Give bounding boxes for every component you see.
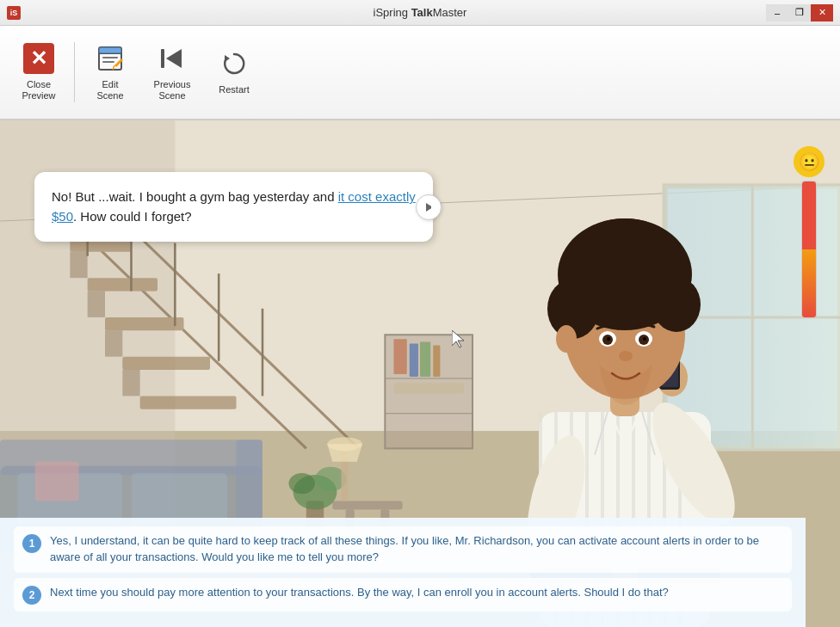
emotion-fill xyxy=(802,249,816,317)
edit-scene-button[interactable]: Edit Scene xyxy=(80,34,140,111)
svg-rect-21 xyxy=(122,357,210,370)
svg-rect-62 xyxy=(394,383,464,393)
svg-rect-3 xyxy=(102,57,118,58)
svg-point-97 xyxy=(607,337,610,341)
scene-area: No! But ...wait. I bought a gym bag yest… xyxy=(0,120,840,627)
previous-scene-icon xyxy=(157,43,188,74)
response-area: 1 Yes, I understand, it can be quite har… xyxy=(0,518,806,627)
restart-icon xyxy=(219,48,250,79)
svg-rect-2 xyxy=(99,47,121,53)
close-preview-icon: ✕ xyxy=(23,43,54,74)
svg-rect-22 xyxy=(140,396,237,409)
svg-rect-26 xyxy=(105,330,122,357)
svg-point-99 xyxy=(619,351,633,361)
svg-point-100 xyxy=(556,325,577,353)
svg-rect-19 xyxy=(88,278,158,291)
previous-scene-button[interactable]: Previous Scene xyxy=(142,34,202,111)
svg-rect-44 xyxy=(332,501,402,509)
emotion-meter: 😐 xyxy=(794,146,825,318)
svg-rect-43 xyxy=(35,462,79,501)
response-item-1[interactable]: 1 Yes, I understand, it can be quite har… xyxy=(14,526,792,573)
restore-button[interactable]: ❐ xyxy=(788,4,811,22)
svg-marker-7 xyxy=(166,49,182,68)
svg-marker-9 xyxy=(225,55,230,62)
window-close-button[interactable]: ✕ xyxy=(811,4,833,22)
svg-rect-25 xyxy=(88,291,105,317)
app-icon: iS xyxy=(7,6,21,20)
close-preview-button[interactable]: ✕ Close Preview xyxy=(9,34,69,111)
svg-rect-20 xyxy=(105,317,184,330)
svg-rect-24 xyxy=(70,252,87,279)
response-number-1: 1 xyxy=(22,534,41,553)
speech-text-before: No! But ...wait. I bought a gym bag yest… xyxy=(52,189,338,204)
title-bar: iS iSpring TalkMaster – ❐ ✕ xyxy=(0,0,840,26)
svg-rect-58 xyxy=(394,339,407,374)
response-number-2: 2 xyxy=(22,586,41,605)
svg-rect-60 xyxy=(420,341,430,377)
edit-scene-icon xyxy=(95,43,126,74)
svg-rect-27 xyxy=(122,370,139,396)
svg-rect-8 xyxy=(161,49,164,68)
svg-marker-101 xyxy=(426,203,433,212)
svg-marker-53 xyxy=(327,444,362,461)
emotion-bar xyxy=(801,181,817,318)
toolbar: ✕ Close Preview Edit Scene xyxy=(0,26,840,120)
emotion-face: 😐 xyxy=(794,146,825,177)
svg-rect-61 xyxy=(433,345,440,377)
svg-point-92 xyxy=(569,218,681,296)
speech-bubble: No! But ...wait. I bought a gym bag yest… xyxy=(34,172,433,242)
speech-text-after: . How could I forget? xyxy=(73,209,192,224)
svg-rect-4 xyxy=(102,61,114,63)
minimize-button[interactable]: – xyxy=(766,4,788,22)
response-text-2: Next time you should pay more attention … xyxy=(50,585,669,601)
response-item-2[interactable]: 2 Next time you should pay more attentio… xyxy=(14,578,792,612)
play-audio-button[interactable] xyxy=(416,194,442,220)
restart-button[interactable]: Restart xyxy=(204,34,264,111)
response-text-1: Yes, I understand, it can be quite hard … xyxy=(50,533,783,566)
svg-point-49 xyxy=(289,473,316,494)
svg-rect-59 xyxy=(410,343,418,377)
window-title: iSpring TalkMaster xyxy=(0,6,840,19)
svg-point-98 xyxy=(643,337,646,341)
toolbar-separator-1 xyxy=(74,42,75,102)
